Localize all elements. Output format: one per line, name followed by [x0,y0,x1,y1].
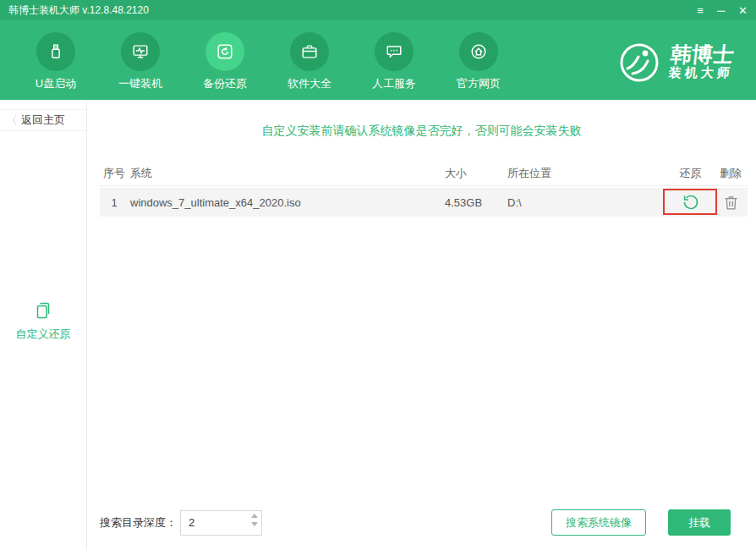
nav-label: U盘启动 [36,76,76,91]
row-no: 1 [100,196,129,209]
trash-icon[interactable] [722,194,740,212]
col-delete: 删除 [714,166,748,181]
footer-bar: 搜索目录深度： 搜索系统镜像 挂载 [87,509,756,550]
window-title: 韩博士装机大师 v.12.8.48.2120 [8,3,149,18]
row-size: 4.53GB [443,196,506,209]
menu-icon[interactable]: ≡ [697,5,704,16]
nav-label: 一键装机 [118,76,162,91]
app-header: U盘启动 一键装机 [0,20,756,100]
back-chevron-icon: 〈 [7,113,17,128]
nav-item-support[interactable]: 人工服务 [352,32,436,91]
minimize-icon[interactable]: ─ [717,5,725,16]
nav-label: 官方网页 [457,76,501,91]
warning-text: 自定义安装前请确认系统镜像是否完好，否则可能会安装失败 [87,124,756,139]
restore-history-icon[interactable] [681,192,701,212]
search-images-button[interactable]: 搜索系统镜像 [551,509,646,536]
usb-icon [36,32,75,71]
back-label: 返回主页 [21,113,65,128]
sidebar: 〈 返回主页 自定义还原 [0,100,87,550]
title-bar: 韩博士装机大师 v.12.8.48.2120 ≡ ─ ✕ [0,0,756,20]
brand-logo: 韩博士 装机大师 [617,41,734,85]
spinner-down-icon[interactable] [251,522,258,526]
nav-item-one-click-install[interactable]: 一键装机 [98,32,183,91]
brand-logo-icon [617,41,661,85]
table-row: 1 windows_7_ultimate_x64_2020.iso 4.53GB… [100,188,748,217]
row-location: D:\ [506,196,667,209]
backup-restore-icon [205,32,244,71]
col-restore: 还原 [667,166,714,181]
nav-label: 人工服务 [372,76,416,91]
window-controls: ≡ ─ ✕ [697,5,748,16]
back-to-home-button[interactable]: 〈 返回主页 [0,109,86,131]
nav-item-backup-restore[interactable]: 备份还原 [183,32,267,91]
sidebar-item-custom-restore[interactable]: 自定义还原 [0,300,86,342]
main-panel: 自定义安装前请确认系统镜像是否完好，否则可能会安装失败 序号 系统 大小 所在位… [87,100,756,550]
col-location: 所在位置 [506,166,667,181]
col-no: 序号 [100,166,129,181]
brand-logo-text: 韩博士 装机大师 [668,43,737,81]
app-body: 〈 返回主页 自定义还原 自定义安装前请确认系统镜像是否完好，否则可能会安装失败… [0,100,756,550]
brand-name: 韩博士 [670,43,737,65]
depth-field [180,510,262,536]
spinner-up-icon[interactable] [251,514,258,518]
nav-item-usb-boot[interactable]: U盘启动 [14,32,98,91]
close-icon[interactable]: ✕ [738,5,748,16]
nav-label: 备份还原 [203,76,247,91]
nav-item-software[interactable]: 软件大全 [267,32,352,91]
nav-item-website[interactable]: 官方网页 [436,32,521,91]
sidebar-item-label: 自定义还原 [16,327,71,342]
depth-spinner [251,514,258,526]
restore-cell [667,192,714,212]
home-globe-icon [459,32,498,71]
depth-input[interactable] [180,510,262,536]
delete-cell [714,194,748,212]
monitor-pulse-icon [121,32,160,71]
mount-button[interactable]: 挂载 [668,509,731,536]
depth-label: 搜索目录深度： [100,515,177,531]
nav-label: 软件大全 [288,76,331,91]
briefcase-icon [290,32,329,71]
col-size: 大小 [443,166,506,181]
chat-icon [375,32,414,71]
col-system: 系统 [129,166,443,181]
brand-subtitle: 装机大师 [668,66,734,82]
table-header: 序号 系统 大小 所在位置 还原 删除 [100,161,748,186]
document-copy-icon [33,300,53,321]
app-window: 韩博士装机大师 v.12.8.48.2120 ≡ ─ ✕ U盘启动 [0,0,756,550]
row-system-name: windows_7_ultimate_x64_2020.iso [129,196,443,209]
image-table: 序号 系统 大小 所在位置 还原 删除 1 windows_7_ultimate… [100,161,748,217]
